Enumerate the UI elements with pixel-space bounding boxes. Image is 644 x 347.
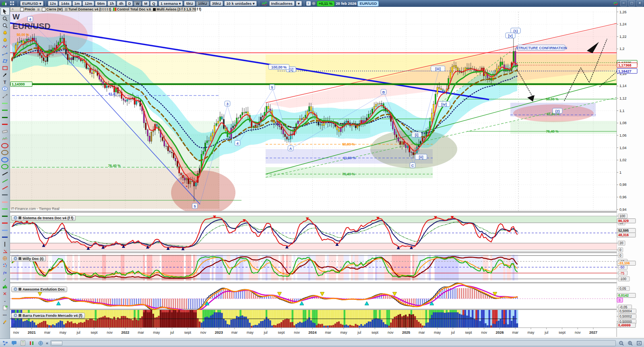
hline-forest-icon[interactable] [1,213,9,220]
restore-button[interactable]: □ [628,0,635,6]
fit-screen-icon[interactable] [636,340,642,346]
edit-icon[interactable] [1,318,9,326]
panel-header-sistema-trenes[interactable]: ×Sistema de trenes Doc v4 (f f) [11,213,76,221]
target-icon[interactable] [1,255,9,262]
globe-sync-icon[interactable] [37,340,44,346]
arrow-icon[interactable] [1,72,9,79]
overlay-item-0[interactable]: Precio [20,7,35,11]
unit-buttons: 5kU10kU35kU [184,1,223,6]
timeframe-button-M[interactable]: M [142,1,149,6]
period-dropdown[interactable]: 1 semana ▾ [159,1,183,6]
panel-header-barra-fuerza[interactable]: ×Barra Fuerza Fondo Mercado v4 (f) [11,311,85,318]
timeframe-button-12s[interactable]: 12s [48,1,58,6]
timeframe-button-144s[interactable]: 144s [59,1,71,6]
svg-text:[iv]: [iv] [441,102,447,106]
zoom-icon[interactable] [1,15,9,23]
ellipse-green-icon[interactable] [1,163,9,170]
list-icon[interactable]: ≣ [37,7,40,11]
delete-icon[interactable]: ✕ [1,290,9,297]
hline-green-icon[interactable] [1,107,9,114]
timeframe-button-4h[interactable]: 4h [117,1,125,6]
close-button[interactable]: × [636,0,643,6]
alert-add-icon[interactable] [1,29,9,37]
overlay-item-2[interactable]: Tunel Domenec v4 (t t t t t) [65,7,111,11]
line-black-icon[interactable] [1,170,9,178]
hline-darkgreen-icon[interactable] [1,114,9,121]
panel-close-icon[interactable]: × [14,287,17,291]
report-icon[interactable]: 1 [1,304,9,312]
unit-button-10kU[interactable]: 10kU [196,1,209,6]
svg-text:may: may [153,330,160,335]
text-icon[interactable]: T [1,79,9,86]
panel-header-willy[interactable]: ×Willy Doc (t) [11,254,46,262]
info-icon[interactable]: i [306,1,311,6]
overlay-item-3[interactable]: Control Total Doc v.6 [113,7,151,11]
function-icon[interactable]: ƒx [1,269,9,276]
overlay-item-4[interactable]: Multi Avisos (3 f 3 1,5 70 f f) [153,7,201,11]
angle-icon[interactable]: ° [1,248,9,255]
pattern-icon[interactable] [1,135,9,142]
refresh-icon[interactable] [612,0,619,6]
hline-red-icon[interactable] [1,121,9,128]
indicators-chevron[interactable]: ▾ [296,1,302,6]
scrollbar-thumb[interactable] [51,341,62,345]
zoom-in-icon[interactable] [627,340,634,346]
alert-icon[interactable] [1,36,9,44]
line-red-icon[interactable] [1,185,9,192]
ellipse-brown-icon[interactable] [1,149,9,156]
hline-lightgreen-icon[interactable] [1,100,9,107]
timeframe-button-Q[interactable]: Q [150,1,157,6]
timeframe-button-D[interactable]: D [126,1,133,6]
timeframe-button-1m[interactable]: 1m [72,1,82,6]
hline-pink-icon[interactable] [1,199,9,206]
hline-lightblue-icon[interactable] [1,227,9,234]
timeframe-button-1h[interactable]: 1h [107,1,116,6]
hline-lime-icon[interactable] [1,206,9,213]
vline-icon[interactable] [1,241,9,248]
units-dropdown[interactable]: 10 k unidades ▾ [224,1,256,6]
overlay-item-1[interactable]: Cierre (W) [42,7,63,11]
hline-crimson-icon[interactable] [1,220,9,227]
more-tools-chevron-icon[interactable]: ⌄ [1,297,9,305]
minimize-button[interactable]: − [620,0,627,6]
share-icon[interactable] [2,340,8,346]
timeframe-button-12m[interactable]: 12m [83,1,94,6]
cursor-icon[interactable] [0,7,10,15]
node-edit-icon[interactable] [1,44,9,51]
hline-gray-icon[interactable] [1,191,9,199]
indicators-button[interactable]: Indicadores [269,1,295,6]
horizontal-scrollbar[interactable] [50,340,616,346]
ruler-icon[interactable] [1,128,9,135]
ellipse-blue-icon[interactable] [1,156,9,164]
connector-icon[interactable] [1,93,9,100]
line-green-icon[interactable] [1,177,9,185]
panel-header-awesome[interactable]: ×Awesome Evolution Doc [11,285,67,292]
polygon-icon[interactable] [1,58,9,65]
ellipse-red-icon[interactable] [1,142,9,150]
chat-icon[interactable] [10,340,17,346]
like-icon[interactable] [1,283,9,291]
panel-close-icon[interactable]: × [14,216,17,220]
zoom-area-icon[interactable] [1,22,9,29]
confirm-icon[interactable]: ✓ [1,276,9,283]
callout-icon[interactable]: T [1,86,9,93]
panel-close-icon[interactable]: × [14,257,17,260]
scatter-icon[interactable] [1,262,9,269]
hline-navy-icon[interactable] [1,234,9,241]
timeframe-button-W[interactable]: W [134,1,141,6]
report-icon[interactable] [19,340,26,346]
rectangle-icon[interactable] [1,64,9,72]
unit-button-35kU[interactable]: 35kU [210,1,223,6]
compare-icon[interactable] [28,340,35,346]
unit-button-5kU[interactable]: 5kU [184,1,195,6]
collapse-chevron-icon[interactable]: ˄ [12,7,14,11]
timeframe-button-56m[interactable]: 56m [95,1,107,6]
panel-close-icon[interactable]: × [14,314,17,317]
chart-canvas[interactable]: WEUR/USDIT-Finance.com - Tiempo Real50,0… [0,0,644,347]
segment-icon[interactable] [1,50,9,58]
zoom-out-icon[interactable] [618,340,625,346]
symbol-dropdown[interactable]: EURUSD ▾ [20,1,43,6]
layout-grid-icon[interactable] [9,0,16,6]
collapse-left-icon[interactable]: « [46,341,48,345]
options-icon[interactable]: ⋯ [1,312,9,319]
